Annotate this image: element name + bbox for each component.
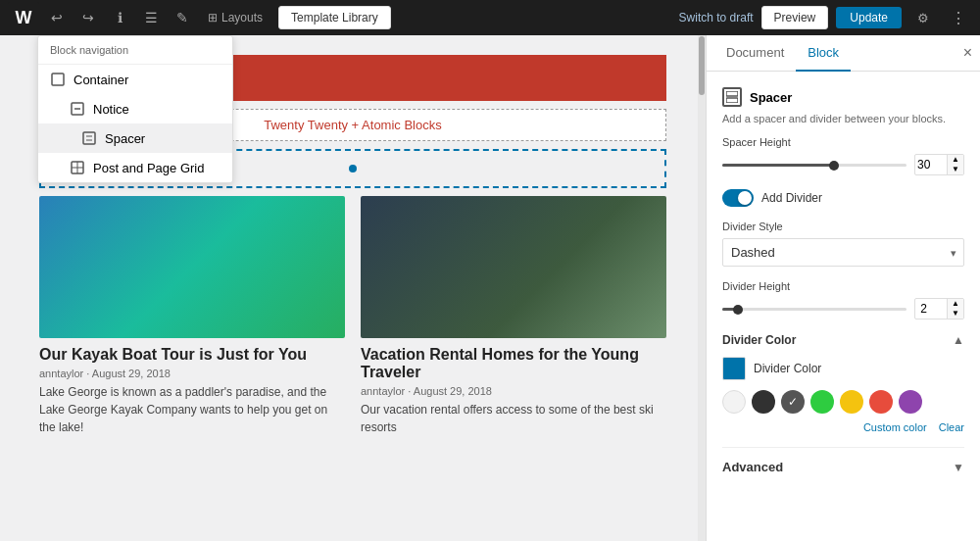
notice-icon [70, 101, 85, 117]
spacer-height-control: Spacer Height ▲ ▼ [722, 136, 964, 175]
info-button[interactable]: ℹ [106, 4, 133, 31]
spacer-height-input[interactable] [915, 156, 947, 173]
spacer-height-increment[interactable]: ▲ [947, 155, 963, 165]
spacer-section-header: Spacer [722, 87, 964, 107]
divider-height-input[interactable] [915, 300, 947, 318]
divider-color-current-swatch[interactable] [722, 357, 746, 380]
post-excerpt-right: Our vacation rental offers access to som… [361, 401, 666, 436]
spacer-height-label: Spacer Height [722, 136, 964, 148]
tab-document[interactable]: Document [714, 35, 796, 72]
undo-button[interactable]: ↩ [43, 4, 71, 31]
block-nav-container[interactable]: Container [38, 65, 232, 94]
grid-icon [70, 160, 85, 175]
post-excerpt-left: Lake George is known as a paddler's para… [39, 383, 345, 436]
ab-link[interactable]: Twenty Twenty + Atomic Blocks [264, 118, 441, 132]
template-library-button[interactable]: Template Library [278, 6, 391, 29]
toggle-knob [738, 191, 752, 205]
color-swatch-red[interactable] [869, 390, 893, 414]
scrollbar-track[interactable] [698, 35, 706, 541]
spacer-height-slider[interactable] [722, 164, 906, 167]
right-panel: Document Block × Spacer Add a spacer and… [706, 35, 980, 541]
spacer-height-input-box: ▲ ▼ [914, 154, 964, 175]
panel-body: Spacer Add a spacer and divider between … [707, 72, 980, 541]
advanced-label: Advanced [722, 460, 783, 474]
divider-style-control: Divider Style Solid Dashed Dotted [722, 221, 964, 267]
divider-color-label: Divider Color [754, 362, 821, 375]
advanced-row[interactable]: Advanced ▼ [722, 460, 964, 474]
spacer-height-slider-thumb[interactable] [829, 161, 839, 171]
spacer-description: Add a spacer and divider between your bl… [722, 113, 964, 124]
divider-height-spinners: ▲ ▼ [947, 299, 963, 319]
more-options-button[interactable]: ⋮ [945, 4, 972, 31]
divider-color-section-label: Divider Color [722, 333, 796, 347]
spacer-height-slider-row: ▲ ▼ [722, 154, 964, 175]
panel-close-button[interactable]: × [963, 44, 972, 62]
top-bar: W ↩ ↪ ℹ ☰ ✎ ⊞ Layouts Template Library S… [0, 0, 980, 35]
color-swatch-purple[interactable] [899, 390, 922, 414]
divider-height-input-box: ▲ ▼ [914, 298, 964, 320]
post-meta-right: anntaylor · August 29, 2018 [361, 385, 666, 397]
divider-color-current-row: Divider Color [722, 357, 964, 380]
divider-height-label: Divider Height [722, 280, 964, 292]
block-nav-post-grid[interactable]: Post and Page Grid [38, 153, 232, 182]
wp-logo-button[interactable]: W [8, 2, 39, 33]
post-image-left [39, 196, 345, 338]
scrollbar-thumb[interactable] [699, 36, 705, 95]
spacer-height-slider-fill [722, 164, 833, 167]
add-divider-toggle[interactable] [722, 189, 754, 207]
divider-height-decrement[interactable]: ▼ [947, 309, 963, 319]
top-bar-right: Switch to draft Preview Update ⚙ ⋮ [679, 4, 972, 31]
divider-color-chevron[interactable]: ▲ [953, 333, 964, 347]
advanced-section: Advanced ▼ [722, 447, 964, 474]
divider-style-label: Divider Style [722, 221, 964, 232]
advanced-chevron-icon[interactable]: ▼ [953, 461, 964, 474]
editor-area[interactable]: Block navigation Container Notice [0, 35, 706, 541]
svg-rect-10 [726, 98, 738, 103]
post-grid: Our Kayak Boat Tour is Just for You annt… [39, 196, 666, 436]
list-button[interactable]: ☰ [137, 4, 165, 31]
divider-color-heading: Divider Color ▲ [722, 333, 964, 347]
switch-to-draft-button[interactable]: Switch to draft [679, 11, 754, 25]
svg-rect-9 [726, 91, 738, 96]
block-nav-header: Block navigation [38, 36, 232, 65]
color-swatch-yellow[interactable] [840, 390, 863, 414]
redo-button[interactable]: ↪ [74, 4, 102, 31]
divider-style-select[interactable]: Solid Dashed Dotted [722, 238, 964, 267]
divider-height-increment[interactable]: ▲ [947, 299, 963, 309]
divider-style-select-wrapper: Solid Dashed Dotted [722, 238, 964, 267]
edit-button[interactable]: ✎ [169, 4, 196, 31]
color-swatch-black[interactable] [752, 390, 775, 414]
tab-block[interactable]: Block [796, 35, 851, 72]
preview-button[interactable]: Preview [761, 6, 829, 29]
settings-button[interactable]: ⚙ [909, 4, 937, 31]
color-swatch-green[interactable] [810, 390, 834, 414]
spacer-height-decrement[interactable]: ▼ [947, 165, 963, 174]
block-nav-notice[interactable]: Notice [38, 94, 232, 123]
layouts-icon: ⊞ [208, 11, 218, 25]
container-icon [50, 72, 66, 87]
post-title-right: Vacation Rental Homes for the Young Trav… [361, 346, 666, 381]
svg-rect-0 [52, 74, 64, 85]
block-nav-spacer[interactable]: Spacer [38, 123, 232, 153]
color-swatch-gray-selected[interactable] [781, 390, 805, 414]
spacer-icon [81, 130, 97, 146]
main-area: Block navigation Container Notice [0, 35, 980, 541]
divider-height-slider[interactable] [722, 308, 906, 311]
custom-color-link[interactable]: Custom color [863, 421, 927, 433]
block-nav-dropdown: Block navigation Container Notice [37, 35, 233, 183]
color-swatch-white[interactable] [722, 390, 746, 414]
spacer-section-title: Spacer [750, 90, 792, 105]
spacer-drag-handle[interactable] [349, 165, 357, 172]
divider-height-slider-row: ▲ ▼ [722, 298, 964, 320]
color-links: Custom color Clear [722, 421, 964, 433]
clear-color-link[interactable]: Clear [939, 421, 964, 433]
divider-height-slider-thumb[interactable] [733, 305, 743, 315]
divider-height-control: Divider Height ▲ ▼ [722, 280, 964, 320]
layouts-button[interactable]: ⊞ Layouts [200, 4, 270, 31]
post-card-right[interactable]: Vacation Rental Homes for the Young Trav… [361, 196, 666, 436]
spacer-height-spinners: ▲ ▼ [947, 155, 963, 174]
update-button[interactable]: Update [836, 7, 902, 28]
post-card-left[interactable]: Our Kayak Boat Tour is Just for You annt… [39, 196, 345, 436]
add-divider-label: Add Divider [761, 191, 822, 205]
spacer-panel-icon [722, 87, 742, 107]
